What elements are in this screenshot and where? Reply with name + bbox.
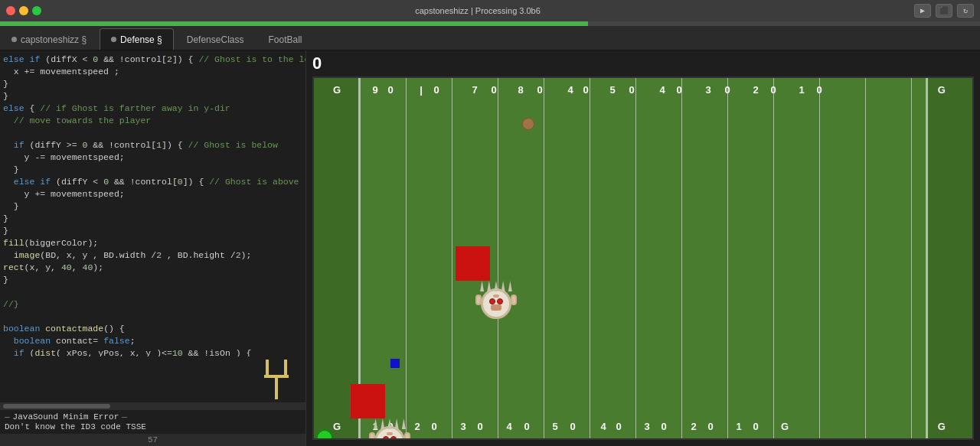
yard-line [819, 78, 820, 438]
end-zone-right [926, 78, 972, 438]
yard-line [544, 78, 544, 438]
code-line [0, 286, 305, 298]
yard-label-bottom: 0 [707, 421, 713, 432]
toolbar-btn-2[interactable]: ⬛ [936, 4, 952, 18]
yard-label-top: 7 [472, 84, 477, 96]
code-line: rect(x, y, 40, 40); [0, 262, 305, 274]
error-line-1: — JavaSound Minim Error — [5, 412, 301, 422]
yard-line [926, 78, 926, 438]
yard-label-top: 9 [372, 84, 377, 96]
code-line: if (diffY >= 0 && !control[1]) { // Ghos… [0, 139, 305, 151]
yard-label-top: 3 [705, 84, 710, 96]
tab-bar: capstoneshizz § Defense § DefenseClass F… [0, 26, 980, 50]
yard-label-top: 0 [583, 84, 588, 96]
code-line [0, 311, 305, 323]
yard-label-top: G [333, 84, 341, 96]
yard-label-bottom: 0 [431, 421, 436, 432]
status-error-area: — JavaSound Minim Error — Don't know the… [0, 410, 305, 434]
yard-label-bottom: 3 [460, 421, 466, 432]
scrollbar-thumb[interactable] [3, 404, 110, 409]
code-line: } [0, 274, 305, 286]
yard-label-top: 5 [609, 84, 615, 96]
yard-label-top: | [420, 84, 423, 96]
game-canvas: 0 G 9 0 | 0 7 [306, 50, 980, 446]
code-line: boolean contact= false; [0, 335, 305, 347]
yard-label-top: 0 [491, 84, 496, 96]
yard-label-top: G [938, 84, 946, 96]
tab-defense[interactable]: Defense § [100, 28, 174, 50]
tab-dot [111, 37, 116, 42]
code-line: if (dist( xPos, yPos, x, y )<=10 && !isO… [0, 347, 305, 356]
football-field: G 9 0 | 0 7 0 8 0 4 0 5 0 4 0 3 0 2 0 1 … [312, 77, 974, 440]
yard-label-top: 4 [659, 84, 665, 96]
code-line: } [0, 90, 305, 103]
code-line: else if (diffX < 0 && !control[2]) { // … [0, 54, 305, 66]
yard-label-top: 0 [387, 84, 393, 96]
yard-label-top: 1 [799, 84, 804, 96]
player-box-2 [351, 384, 385, 418]
yard-label-top: 0 [676, 84, 681, 96]
code-line: image(BD, x, y , BD.width /2 , BD.height… [0, 249, 305, 262]
yard-label-bottom: G [781, 421, 789, 432]
yard-line [452, 78, 452, 438]
code-editor: else if (diffX < 0 && !control[2]) { // … [0, 50, 306, 446]
yard-label-bottom: G [333, 421, 341, 432]
tab-football[interactable]: FootBall [256, 28, 313, 50]
yard-line [635, 78, 636, 438]
yard-label-top: 0 [433, 84, 439, 96]
maximize-button[interactable] [32, 6, 41, 15]
minimize-button[interactable] [19, 6, 28, 15]
code-line: //} [0, 298, 305, 311]
yard-line [498, 78, 498, 438]
editor-scrollbar[interactable] [0, 402, 305, 410]
toolbar-btn-1[interactable]: ▶ [914, 4, 931, 18]
close-button[interactable] [6, 6, 15, 15]
yard-label-bottom: 0 [616, 421, 621, 432]
football-top [522, 118, 534, 130]
yard-label-top: 0 [537, 84, 542, 96]
code-line: } [0, 225, 305, 237]
main-content: else if (diffX < 0 && !control[2]) { // … [0, 50, 980, 446]
yard-label-top: 8 [518, 84, 523, 96]
yard-label-bottom: 2 [414, 421, 420, 432]
code-line: x += movementspeed ; [0, 66, 305, 78]
window-title: capstoneshizz | Processing 3.0b6 [46, 6, 910, 15]
yard-label-top: 2 [753, 84, 758, 96]
blue-box [390, 359, 400, 368]
yard-label-bottom: 5 [552, 421, 557, 432]
code-line: y += movementspeed; [0, 188, 305, 200]
goal-post-icon [263, 360, 290, 399]
code-line: y -= movementspeed; [0, 151, 305, 164]
yard-line [773, 78, 774, 438]
yard-line [865, 78, 866, 438]
yard-label-top: 0 [816, 84, 822, 96]
score-display: 0 [312, 54, 322, 73]
code-line: fill(biggerColor); [0, 237, 305, 249]
tab-dot [11, 37, 17, 42]
yard-label-top: 4 [567, 84, 573, 96]
player-box-1 [456, 246, 490, 281]
code-line: else if (diffY < 0 && !control[0]) { // … [0, 176, 305, 188]
character-1 [479, 281, 515, 321]
yard-label-bottom: 0 [661, 421, 666, 432]
title-bar: capstoneshizz | Processing 3.0b6 ▶ ⬛ ↻ [0, 0, 980, 21]
yard-line [681, 78, 682, 438]
code-area[interactable]: else if (diffX < 0 && !control[2]) { // … [0, 50, 305, 356]
yard-label-bottom: 0 [753, 421, 758, 432]
yard-label-bottom: G [938, 421, 946, 432]
code-line [0, 127, 305, 139]
yard-label-bottom: 0 [477, 421, 482, 432]
yard-label-top: 0 [724, 84, 730, 96]
yard-line [727, 78, 728, 438]
code-line: } [0, 213, 305, 225]
yard-label-bottom: 2 [691, 421, 696, 432]
game-header: 0 [306, 50, 980, 77]
yard-label-bottom: 4 [506, 421, 511, 432]
character-2 [372, 418, 409, 440]
code-line: } [0, 78, 305, 90]
yard-label-bottom: 1 [736, 421, 741, 432]
yard-label-top: 0 [629, 84, 634, 96]
tab-defenseclass[interactable]: DefenseClass [175, 28, 256, 50]
tab-capstoneshizz[interactable]: capstoneshizz § [0, 28, 98, 50]
toolbar-btn-3[interactable]: ↻ [957, 4, 974, 18]
